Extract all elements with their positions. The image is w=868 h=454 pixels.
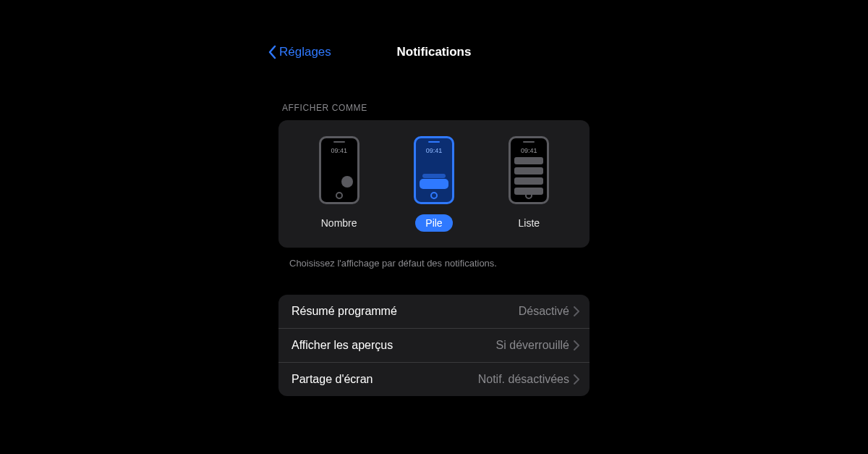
phone-clock: 09:41 bbox=[426, 147, 443, 154]
nav-bar: Réglages Notifications bbox=[268, 36, 600, 68]
chevron-right-icon bbox=[574, 374, 579, 384]
back-label: Réglages bbox=[279, 45, 331, 59]
notification-settings-list: Résumé programmé Désactivé Afficher les … bbox=[278, 295, 590, 396]
row-scheduled-summary[interactable]: Résumé programmé Désactivé bbox=[278, 295, 590, 328]
row-label: Afficher les aperçus bbox=[292, 339, 393, 352]
display-option-label: Liste bbox=[509, 214, 550, 232]
row-screen-sharing[interactable]: Partage d'écran Notif. désactivées bbox=[278, 362, 590, 396]
row-value: Si déverrouillé bbox=[496, 339, 569, 352]
phone-clock: 09:41 bbox=[331, 147, 347, 154]
count-badge-icon bbox=[341, 176, 353, 188]
display-as-footnote: Choisissez l'affichage par défaut des no… bbox=[268, 258, 600, 269]
display-option-count[interactable]: 09:41 Nombre bbox=[296, 136, 383, 232]
display-option-list[interactable]: 09:41 Liste bbox=[485, 136, 572, 232]
settings-notifications-panel: Réglages Notifications AFFICHER COMME 09… bbox=[268, 36, 600, 396]
chevron-left-icon bbox=[268, 45, 276, 59]
display-option-stack[interactable]: 09:41 Pile bbox=[391, 136, 477, 232]
chevron-right-icon bbox=[574, 306, 579, 316]
phone-icon: 09:41 bbox=[509, 136, 549, 204]
row-value: Désactivé bbox=[519, 305, 569, 318]
chevron-right-icon bbox=[574, 340, 579, 350]
back-button[interactable]: Réglages bbox=[268, 45, 331, 59]
row-label: Partage d'écran bbox=[292, 373, 373, 386]
row-label: Résumé programmé bbox=[292, 305, 397, 318]
display-option-label: Nombre bbox=[311, 214, 367, 232]
phone-icon: 09:41 bbox=[414, 136, 454, 204]
display-as-card: 09:41 Nombre 09:41 Pile 09:41 bbox=[278, 120, 590, 248]
list-icon bbox=[514, 157, 543, 189]
row-show-previews[interactable]: Afficher les aperçus Si déverrouillé bbox=[278, 328, 590, 362]
display-option-label: Pile bbox=[415, 214, 452, 232]
phone-clock: 09:41 bbox=[521, 147, 537, 154]
phone-icon: 09:41 bbox=[319, 136, 359, 204]
display-as-header: AFFICHER COMME bbox=[268, 103, 600, 113]
row-value: Notif. désactivées bbox=[478, 373, 569, 386]
